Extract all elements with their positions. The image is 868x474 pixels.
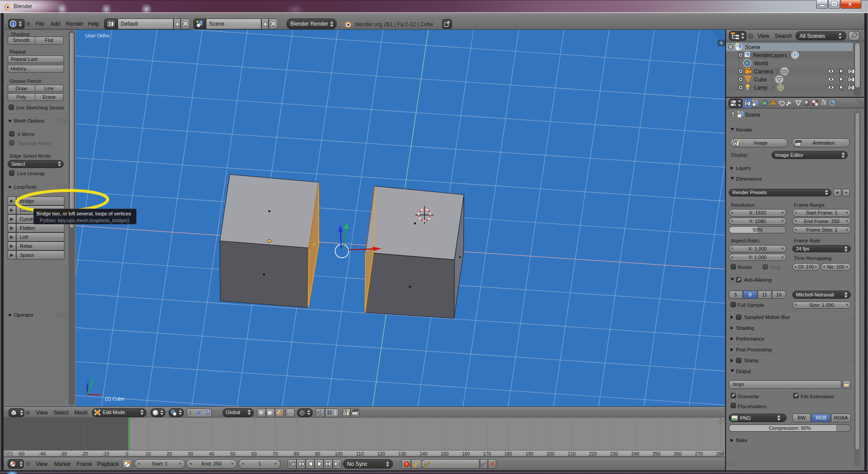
svg-text:y: y bbox=[92, 376, 94, 381]
svg-text:|: | bbox=[772, 85, 774, 90]
svg-text:World: World bbox=[754, 60, 768, 67]
svg-text:User Ortho: User Ortho bbox=[85, 33, 110, 38]
svg-text:Cube: Cube bbox=[754, 77, 767, 83]
svg-text:Camera: Camera bbox=[754, 68, 773, 75]
svg-text:z: z bbox=[87, 381, 89, 386]
svg-text:View: View bbox=[758, 33, 769, 39]
svg-text:Search: Search bbox=[775, 33, 792, 39]
svg-text:|: | bbox=[790, 52, 791, 58]
svg-text:|: | bbox=[771, 77, 772, 82]
svg-text:RenderLayers: RenderLayers bbox=[753, 52, 787, 59]
svg-text:Lamp: Lamp bbox=[754, 85, 767, 91]
svg-text:|: | bbox=[777, 68, 778, 74]
svg-text:Scene: Scene bbox=[745, 44, 760, 50]
svg-text:All Scenes: All Scenes bbox=[799, 33, 825, 39]
svg-text:Scene: Scene bbox=[745, 112, 760, 118]
svg-text:i: i bbox=[12, 21, 14, 27]
svg-text:(1) Cube: (1) Cube bbox=[105, 396, 124, 401]
svg-text:x: x bbox=[100, 392, 102, 397]
